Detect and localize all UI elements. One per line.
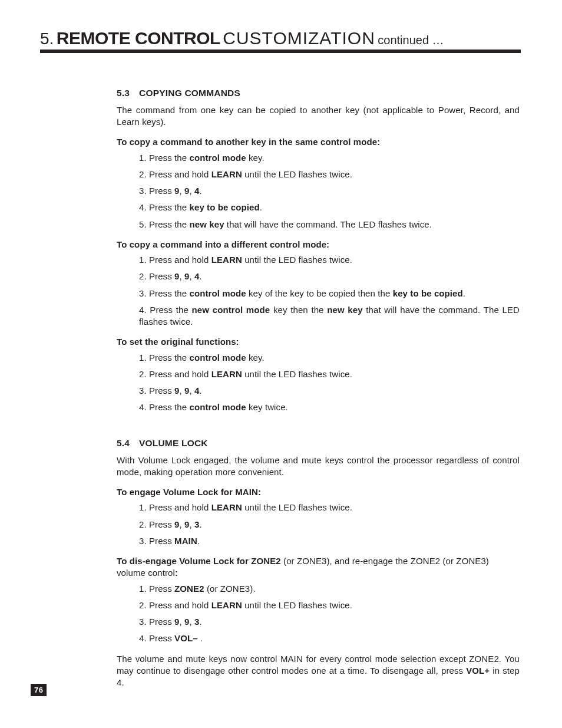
step: 4. Press the key to be copied.: [139, 202, 520, 213]
heading-5-3: 5.3COPYING COMMANDS: [117, 87, 520, 100]
step: 1. Press and hold LEARN until the LED fl…: [139, 254, 520, 266]
step: 4. Press the control mode key twice.: [139, 401, 520, 413]
step-list: 1. Press ZONE2 (or ZONE3). 2. Press and …: [117, 583, 520, 645]
subheading: To engage Volume Lock for MAIN:: [117, 486, 520, 498]
step: 3. Press 9, 9, 3.: [139, 616, 520, 628]
step: 3. Press the control mode key of the key…: [139, 288, 520, 299]
step-list: 1. Press the control mode key. 2. Press …: [117, 352, 520, 414]
page-number: 76: [31, 684, 47, 696]
step: 4. Press the new control mode key then t…: [139, 304, 520, 328]
step: 1. Press and hold LEARN until the LED fl…: [139, 502, 520, 513]
step: 2. Press and hold LEARN until the LED fl…: [139, 368, 520, 380]
subheading: To copy a command to another key in the …: [117, 136, 520, 148]
step: 5. Press the new key that will have the …: [139, 219, 520, 230]
step: 1. Press the control mode key.: [139, 152, 520, 164]
step: 2. Press and hold LEARN until the LED fl…: [139, 599, 520, 611]
step: 3. Press MAIN.: [139, 535, 520, 547]
page: 5. REMOTE CONTROL CUSTOMIZATION continue…: [0, 0, 562, 728]
step: 2. Press 9, 9, 4.: [139, 271, 520, 282]
heading-number: 5.4: [117, 437, 139, 450]
step: 3. Press 9, 9, 4.: [139, 185, 520, 197]
step-list: 1. Press the control mode key. 2. Press …: [117, 152, 520, 230]
step: 2. Press and hold LEARN until the LED fl…: [139, 169, 520, 180]
content: 5.3COPYING COMMANDS The command from one…: [117, 87, 520, 689]
heading-number: 5.3: [117, 87, 139, 100]
heading-text: VOLUME LOCK: [139, 438, 208, 448]
header-continued: continued …: [378, 34, 444, 47]
step: 2. Press 9, 9, 3.: [139, 519, 520, 531]
heading-5-4: 5.4VOLUME LOCK: [117, 437, 520, 450]
header-title-bold: REMOTE CONTROL: [57, 28, 220, 48]
paragraph: The volume and mute keys now control MAI…: [117, 653, 520, 689]
step-list: 1. Press and hold LEARN until the LED fl…: [117, 502, 520, 547]
step: 1. Press ZONE2 (or ZONE3).: [139, 583, 520, 595]
step: 3. Press 9, 9, 4.: [139, 385, 520, 397]
section-header: 5. REMOTE CONTROL CUSTOMIZATION continue…: [40, 28, 521, 53]
step: 1. Press the control mode key.: [139, 352, 520, 364]
subheading: To dis-engage Volume Lock for ZONE2 (or …: [117, 555, 520, 579]
header-title-light: CUSTOMIZATION: [223, 28, 375, 48]
header-section-number: 5.: [40, 29, 54, 48]
step: 4. Press VOL– .: [139, 633, 520, 644]
step-list: 1. Press and hold LEARN until the LED fl…: [117, 254, 520, 328]
subheading: To copy a command into a different contr…: [117, 239, 520, 251]
subheading: To set the original functions:: [117, 336, 520, 348]
paragraph: With Volume Lock engaged, the volume and…: [117, 454, 520, 479]
heading-text: COPYING COMMANDS: [139, 88, 240, 98]
paragraph: The command from one key can be copied t…: [117, 104, 520, 129]
